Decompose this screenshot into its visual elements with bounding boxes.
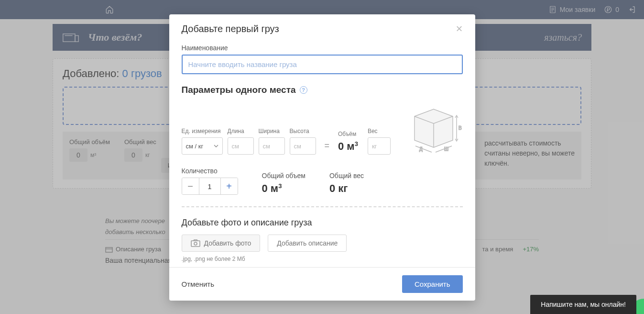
qty-input[interactable] (199, 178, 220, 194)
unit-label: Ед. измерения (182, 128, 223, 135)
cargo-name-input[interactable] (182, 55, 463, 74)
close-icon[interactable]: × (456, 23, 462, 34)
params-section-title: Параметры одного места ? (182, 85, 463, 95)
height-label: Высота (290, 128, 316, 135)
chat-label: Напишите нам, мы онлайн! (541, 301, 626, 308)
weight-label: Вес (368, 128, 391, 135)
photo-hint: .jpg, .png не более 2 Мб (182, 256, 463, 262)
cube-d-label: Д (419, 146, 423, 152)
unit-select[interactable]: см / кг (182, 137, 223, 155)
cube-h-label: В (458, 125, 462, 131)
total-weight-value: 0 кг (329, 182, 364, 195)
svg-line-12 (436, 146, 452, 152)
chevron-down-icon (214, 145, 218, 147)
photo-section-title: Добавьте фото и описание груза (182, 218, 463, 228)
total-vol-label: Общий объем (262, 172, 306, 179)
cancel-button[interactable]: Отменить (182, 280, 215, 288)
svg-line-11 (415, 146, 432, 152)
help-icon[interactable]: ? (300, 86, 307, 94)
width-input[interactable] (259, 137, 285, 155)
add-photo-button[interactable]: Добавить фото (182, 235, 261, 252)
divider (182, 206, 463, 207)
qty-plus-button[interactable]: + (220, 178, 238, 194)
qty-minus-button[interactable]: − (182, 178, 199, 194)
quantity-stepper: − + (182, 178, 238, 195)
volume-label: Объём (338, 131, 358, 137)
modal-title: Добавьте первый груз (182, 23, 279, 34)
add-description-button[interactable]: Добавить описание (268, 235, 347, 252)
length-label: Длина (228, 128, 254, 135)
svg-rect-13 (191, 241, 200, 247)
volume-result: 0 м3 (338, 140, 358, 155)
chat-widget[interactable]: Напишите нам, мы онлайн! (530, 295, 636, 314)
height-input[interactable] (290, 137, 316, 155)
length-input[interactable] (228, 137, 254, 155)
name-label: Наименование (182, 44, 463, 52)
total-weight-label: Общий вес (329, 172, 364, 179)
camera-icon (191, 239, 200, 247)
qty-label: Количество (182, 167, 238, 175)
equals-sign: = (321, 141, 334, 155)
total-vol-value: 0 м3 (262, 182, 306, 195)
width-label: Ширина (259, 128, 285, 135)
add-cargo-modal: Добавьте первый груз × Наименование Пара… (169, 14, 475, 301)
weight-input[interactable] (368, 137, 391, 155)
svg-point-14 (194, 242, 197, 245)
cube-diagram: В Д Ш (405, 102, 462, 155)
save-button[interactable]: Сохранить (402, 275, 463, 293)
